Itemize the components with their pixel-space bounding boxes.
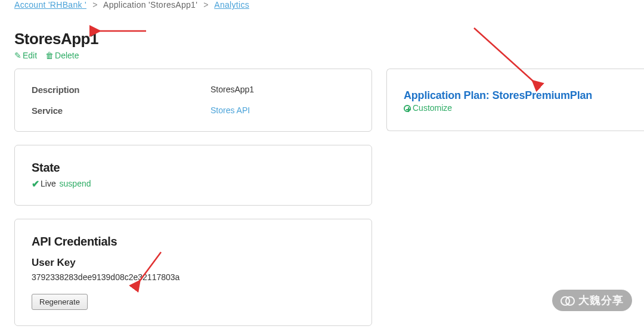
watermark-text: 大魏分享 [578,293,624,308]
pencil-icon: ✎ [14,51,21,60]
userkey-heading: User Key [32,257,355,269]
regenerate-button[interactable]: Regenerate [32,294,88,310]
breadcrumb-analytics-link[interactable]: Analytics [214,0,249,10]
delete-label: Delete [55,51,79,60]
edit-label: Edit [23,51,37,60]
details-card: Description StoresApp1 Service Stores AP… [14,69,372,132]
wechat-icon [561,294,574,307]
service-link[interactable]: Stores API [210,105,250,115]
breadcrumb-separator: > [203,0,208,10]
credentials-heading: API Credentials [32,235,355,249]
userkey-value: 3792338283dee9139d08c2e32117803a [32,272,355,282]
check-icon: ✔ [32,178,39,190]
breadcrumb-account-link[interactable]: Account 'RHBank ' [14,0,86,10]
state-heading: State [32,161,355,175]
breadcrumb: Account 'RHBank ' > Application 'StoresA… [14,0,644,12]
breadcrumb-application: Application 'StoresApp1' [103,0,197,10]
breadcrumb-separator: > [92,0,97,10]
credentials-card: API Credentials User Key 3792338283dee91… [14,219,372,326]
edit-button[interactable]: ✎Edit [14,51,37,60]
customize-label: Customize [413,103,452,113]
customize-link[interactable]: Customize [404,103,627,113]
description-value: StoresApp1 [210,85,254,95]
watermark: 大魏分享 [552,290,632,311]
page-title: StoresApp1 [14,30,644,48]
delete-button[interactable]: 🗑Delete [45,51,79,60]
trash-icon: 🗑 [45,51,54,60]
plan-heading: Application Plan: StoresPremiumPlan [404,89,627,102]
description-label: Description [32,85,210,95]
state-card: State ✔Live suspend [14,145,372,206]
service-label: Service [32,105,210,116]
plus-circle-icon [404,105,411,112]
page-actions: ✎Edit 🗑Delete [14,51,644,60]
state-status: Live [41,179,56,188]
plan-card: Application Plan: StoresPremiumPlan Cust… [386,69,644,131]
suspend-link[interactable]: suspend [60,179,91,188]
